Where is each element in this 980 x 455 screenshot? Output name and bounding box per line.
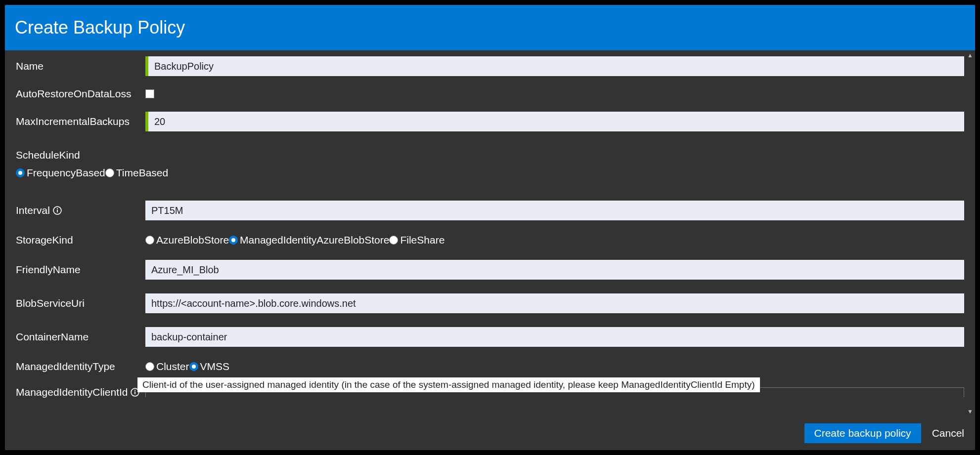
row-name: Name bbox=[16, 56, 964, 76]
radio-fileshare[interactable] bbox=[389, 236, 398, 245]
radio-cluster[interactable] bbox=[145, 362, 154, 371]
label-interval-text: Interval bbox=[16, 205, 50, 216]
svg-rect-5 bbox=[135, 391, 136, 394]
radio-label-azureblobstore: AzureBlobStore bbox=[156, 234, 229, 246]
storagekind-radio-group: AzureBlobStore ManagedIdentityAzureBlobS… bbox=[145, 234, 445, 246]
info-icon[interactable] bbox=[53, 206, 62, 215]
label-blobserviceuri: BlobServiceUri bbox=[16, 297, 145, 309]
input-wrapper-name bbox=[145, 56, 964, 76]
row-interval: Interval bbox=[16, 201, 964, 220]
modal-header: Create Backup Policy bbox=[5, 5, 975, 50]
scroll-down-icon[interactable]: ▼ bbox=[965, 407, 975, 416]
radio-frequencybased[interactable] bbox=[16, 168, 25, 177]
label-midtype: ManagedIdentityType bbox=[16, 361, 145, 372]
row-containername: ContainerName bbox=[16, 327, 964, 347]
modal-title: Create Backup Policy bbox=[15, 17, 185, 38]
row-autorestore: AutoRestoreOnDataLoss bbox=[16, 88, 964, 100]
radio-label-timebased: TimeBased bbox=[116, 167, 168, 179]
schedulekind-block: ScheduleKind FrequencyBased TimeBased bbox=[16, 149, 964, 179]
svg-point-1 bbox=[57, 208, 58, 209]
label-storagekind: StorageKind bbox=[16, 234, 145, 246]
friendlyname-input[interactable] bbox=[145, 260, 964, 280]
label-midclientid-text: ManagedIdentityClientId bbox=[16, 386, 128, 398]
row-friendlyname: FriendlyName bbox=[16, 260, 964, 280]
radio-label-frequencybased: FrequencyBased bbox=[27, 167, 105, 179]
scroll-up-icon[interactable]: ▲ bbox=[965, 50, 975, 60]
containername-input[interactable] bbox=[145, 327, 964, 347]
modal-window: Create Backup Policy Name AutoRestoreOnD… bbox=[5, 5, 975, 450]
svg-point-4 bbox=[134, 390, 135, 391]
radio-item-frequencybased[interactable]: FrequencyBased bbox=[16, 167, 105, 179]
radio-label-miazureblobstore: ManagedIdentityAzureBlobStore bbox=[240, 234, 389, 246]
svg-rect-2 bbox=[57, 209, 58, 212]
autorestore-checkbox[interactable] bbox=[145, 89, 154, 98]
radio-label-fileshare: FileShare bbox=[400, 234, 445, 246]
input-wrapper-interval bbox=[145, 201, 964, 220]
name-input[interactable] bbox=[148, 56, 964, 76]
row-maxincr: MaxIncrementalBackups bbox=[16, 112, 964, 131]
radio-azureblobstore[interactable] bbox=[145, 236, 154, 245]
input-wrapper-containername bbox=[145, 327, 964, 347]
row-storagekind: StorageKind AzureBlobStore ManagedIdenti… bbox=[16, 234, 964, 246]
radio-item-cluster[interactable]: Cluster bbox=[145, 361, 189, 372]
input-wrapper-maxincr bbox=[145, 112, 964, 131]
radio-item-fileshare[interactable]: FileShare bbox=[389, 234, 445, 246]
radio-miazureblobstore[interactable] bbox=[229, 236, 238, 245]
label-interval: Interval bbox=[16, 205, 145, 216]
label-containername: ContainerName bbox=[16, 331, 145, 343]
label-midclientid: ManagedIdentityClientId bbox=[16, 386, 145, 398]
label-name: Name bbox=[16, 60, 145, 72]
label-autorestore: AutoRestoreOnDataLoss bbox=[16, 88, 145, 100]
label-maxincr: MaxIncrementalBackups bbox=[16, 116, 145, 127]
input-wrapper-friendlyname bbox=[145, 260, 964, 280]
label-friendlyname: FriendlyName bbox=[16, 264, 145, 276]
midtype-radio-group: Cluster VMSS bbox=[145, 361, 229, 372]
radio-vmss[interactable] bbox=[189, 362, 198, 371]
row-blobserviceuri: BlobServiceUri bbox=[16, 293, 964, 313]
radio-label-vmss: VMSS bbox=[200, 361, 230, 372]
input-wrapper-blobserviceuri bbox=[145, 293, 964, 313]
maxincr-input[interactable] bbox=[148, 112, 964, 131]
radio-item-azureblobstore[interactable]: AzureBlobStore bbox=[145, 234, 229, 246]
radio-item-timebased[interactable]: TimeBased bbox=[105, 167, 168, 179]
modal-footer: Create backup policy Cancel bbox=[5, 416, 975, 450]
label-schedulekind: ScheduleKind bbox=[16, 149, 964, 161]
radio-item-vmss[interactable]: VMSS bbox=[189, 361, 230, 372]
radio-label-cluster: Cluster bbox=[156, 361, 189, 372]
tooltip-midclientid: Client-id of the user-assigned managed i… bbox=[137, 377, 760, 392]
modal-body: Name AutoRestoreOnDataLoss MaxIncrementa… bbox=[5, 50, 975, 416]
scrollbar[interactable]: ▲ ▼ bbox=[965, 50, 975, 416]
interval-input[interactable] bbox=[145, 201, 964, 220]
cancel-button[interactable]: Cancel bbox=[932, 427, 964, 439]
radio-item-miazureblobstore[interactable]: ManagedIdentityAzureBlobStore bbox=[229, 234, 389, 246]
row-midtype: ManagedIdentityType Cluster VMSS bbox=[16, 361, 964, 372]
blobserviceuri-input[interactable] bbox=[145, 293, 964, 313]
radio-timebased[interactable] bbox=[105, 168, 114, 177]
schedulekind-radio-group: FrequencyBased TimeBased bbox=[16, 167, 964, 179]
create-backup-policy-button[interactable]: Create backup policy bbox=[804, 423, 921, 443]
